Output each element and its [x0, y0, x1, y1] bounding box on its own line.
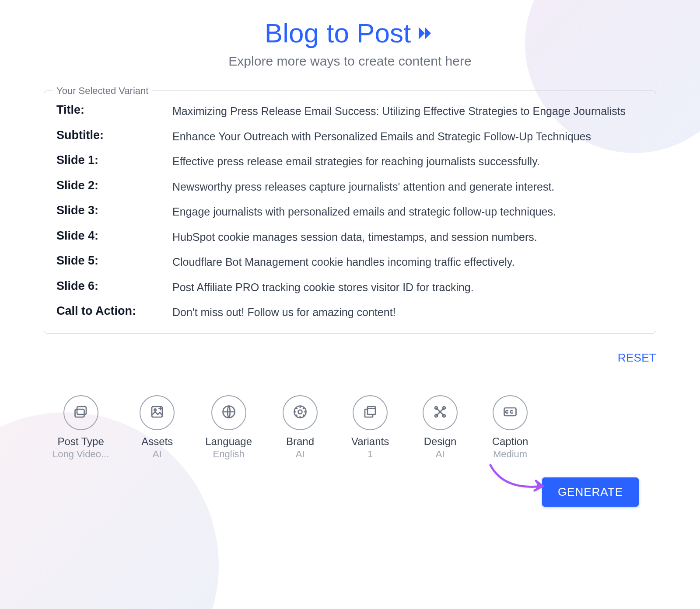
variant-row-subtitle: Subtitle: Enhance Your Outreach with Per… [56, 129, 644, 145]
option-label: Language [205, 435, 252, 448]
annotation-arrow-icon [486, 460, 556, 505]
variant-row-slide-1: Slide 1: Effective press release email s… [56, 153, 644, 170]
row-value: Cloudflare Bot Management cookie handles… [172, 254, 644, 271]
caption-icon [502, 404, 518, 421]
row-label: Slide 6: [56, 279, 164, 293]
row-label: Subtitle: [56, 129, 164, 142]
option-value: AI [436, 449, 445, 460]
row-label: Slide 3: [56, 204, 164, 217]
options-row: Post Type Long Video... Assets AI Langua… [44, 395, 656, 460]
language-icon [221, 404, 237, 421]
option-value: 1 [368, 449, 373, 460]
post-type-icon [73, 404, 89, 421]
row-value: Newsworthy press releases capture journa… [172, 179, 644, 195]
option-value: Long Video... [52, 449, 109, 460]
variant-row-slide-3: Slide 3: Engage journalists with persona… [56, 204, 644, 220]
selected-variant-fieldset: Your Selected Variant Title: Maximizing … [44, 90, 656, 334]
option-label: Brand [286, 435, 314, 448]
row-label: Call to Action: [56, 304, 164, 318]
generate-button[interactable]: GENERATE [542, 477, 639, 507]
option-value: English [213, 449, 245, 460]
option-value: AI [153, 449, 162, 460]
option-label: Assets [141, 435, 173, 448]
variant-row-title: Title: Maximizing Press Release Email Su… [56, 103, 644, 120]
option-label: Post Type [57, 435, 104, 448]
row-label: Slide 4: [56, 229, 164, 243]
page-title-text: Blog to Post [265, 17, 411, 49]
variant-row-slide-5: Slide 5: Cloudflare Bot Management cooki… [56, 254, 644, 271]
svg-rect-0 [77, 407, 86, 414]
variant-row-slide-6: Slide 6: Post Affiliate PRO tracking coo… [56, 279, 644, 296]
row-label: Slide 1: [56, 153, 164, 167]
page-subtitle: Explore more ways to create content here [44, 54, 656, 69]
option-label: Design [424, 435, 457, 448]
svg-rect-1 [75, 409, 84, 417]
row-value: Don't miss out! Follow us for amazing co… [172, 304, 644, 321]
row-value: Enhance Your Outreach with Personalized … [172, 129, 644, 145]
row-label: Slide 2: [56, 179, 164, 192]
option-label: Caption [492, 435, 528, 448]
variant-row-slide-2: Slide 2: Newsworthy press releases captu… [56, 179, 644, 195]
svg-point-3 [154, 409, 157, 411]
assets-icon [149, 404, 165, 421]
svg-rect-7 [368, 407, 375, 414]
row-value: Engage journalists with personalized ema… [172, 204, 644, 220]
option-post-type[interactable]: Post Type Long Video... [52, 395, 109, 460]
option-label: Variants [351, 435, 389, 448]
option-value: Medium [493, 449, 527, 460]
row-label: Title: [56, 103, 164, 117]
fieldset-legend: Your Selected Variant [53, 85, 152, 97]
row-value: HubSpot cookie manages session data, tim… [172, 229, 644, 246]
variant-row-slide-4: Slide 4: HubSpot cookie manages session … [56, 229, 644, 246]
page-title[interactable]: Blog to Post [265, 17, 435, 49]
option-assets[interactable]: Assets AI [135, 395, 179, 460]
row-value: Maximizing Press Release Email Success: … [172, 103, 644, 120]
row-value: Effective press release email strategies… [172, 153, 644, 170]
option-variants[interactable]: Variants 1 [348, 395, 392, 460]
row-label: Slide 5: [56, 254, 164, 268]
svg-point-6 [298, 410, 302, 414]
option-caption[interactable]: Caption Medium [488, 395, 532, 460]
header: Blog to Post Explore more ways to create… [44, 17, 656, 69]
variants-icon [362, 404, 378, 421]
option-brand[interactable]: Brand AI [278, 395, 322, 460]
option-design[interactable]: Design AI [418, 395, 462, 460]
row-value: Post Affiliate PRO tracking cookie store… [172, 279, 644, 296]
reset-button[interactable]: RESET [618, 351, 656, 364]
design-icon [432, 404, 448, 421]
option-language[interactable]: Language English [205, 395, 252, 460]
chevron-double-right-icon [414, 23, 435, 44]
brand-icon [292, 404, 308, 421]
variant-row-cta: Call to Action: Don't miss out! Follow u… [56, 304, 644, 321]
option-value: AI [296, 449, 305, 460]
